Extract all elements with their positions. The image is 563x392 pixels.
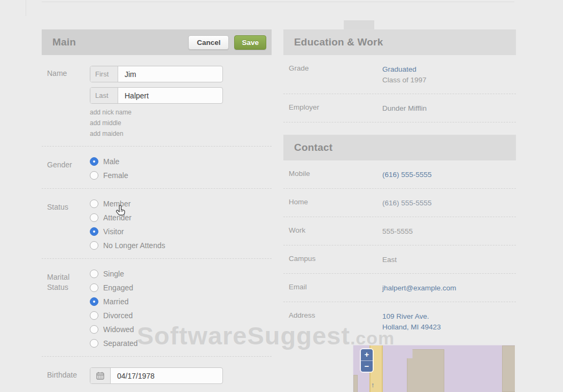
main-panel: Main Cancel Save Name First Last add nic… xyxy=(42,29,272,392)
status-label: Status xyxy=(47,199,90,250)
campus-value: East xyxy=(382,255,397,265)
education-work-title: Education & Work xyxy=(294,36,383,48)
email-value-link[interactable]: jhalpert@example.com xyxy=(382,283,456,294)
first-name-input[interactable] xyxy=(118,66,222,82)
status-block: Status Member Attender Visitor No Longer… xyxy=(42,188,272,258)
work-label: Work xyxy=(289,226,382,237)
radio-button-icon[interactable] xyxy=(90,213,98,222)
employer-row: Employer Dunder Mifflin xyxy=(283,94,516,122)
grade-class-year: Class of 1997 xyxy=(382,75,427,86)
gender-option-male[interactable]: Male xyxy=(90,157,272,166)
details-panel: Education & Work Grade Graduated Class o… xyxy=(283,29,516,392)
home-row: Home (616) 555-5555 xyxy=(283,189,516,217)
gender-label: Gender xyxy=(47,157,90,180)
marital-status-block: Marital Status Single Engaged Married Di… xyxy=(42,258,272,356)
home-value[interactable]: (616) 555-5555 xyxy=(382,198,431,209)
add-middle-link[interactable]: add middle xyxy=(90,119,272,127)
status-option-no-longer-attends[interactable]: No Longer Attends xyxy=(90,241,272,250)
contact-title: Contact xyxy=(294,142,333,153)
map-building xyxy=(407,349,444,392)
map-zoom-control: + − xyxy=(360,348,374,373)
radio-button-icon[interactable] xyxy=(90,227,98,236)
main-section-title: Main xyxy=(52,36,76,48)
employer-value: Dunder Mifflin xyxy=(382,103,427,114)
birthdate-group xyxy=(90,367,223,384)
marital-option-single[interactable]: Single xyxy=(90,270,272,278)
grade-row: Grade Graduated Class of 1997 xyxy=(283,55,516,94)
add-nick-name-link[interactable]: add nick name xyxy=(90,109,272,116)
radio-button-icon[interactable] xyxy=(90,297,98,306)
name-label: Name xyxy=(47,66,90,137)
address-map[interactable]: ↑ + − xyxy=(353,345,515,392)
employer-label: Employer xyxy=(289,103,382,114)
mobile-label: Mobile xyxy=(289,170,382,180)
main-section-header: Main Cancel Save xyxy=(42,29,272,55)
grade-value-link[interactable]: Graduated xyxy=(382,64,427,75)
map-building xyxy=(502,345,515,392)
birthdate-input[interactable] xyxy=(111,368,222,383)
address-row: Address 109 River Ave. Holland, MI 49423 xyxy=(283,302,516,341)
last-name-input[interactable] xyxy=(118,88,222,103)
grade-label: Grade xyxy=(289,64,382,86)
work-value: 555-5555 xyxy=(382,226,413,237)
map-zoom-out-button[interactable]: − xyxy=(361,360,373,372)
gender-option-female[interactable]: Female xyxy=(90,171,272,180)
home-label: Home xyxy=(289,198,382,209)
gender-block: Gender Male Female xyxy=(42,146,272,188)
campus-row: Campus East xyxy=(283,245,516,274)
marital-option-separated[interactable]: Separated xyxy=(90,339,272,348)
last-name-prefix: Last xyxy=(90,88,118,103)
marital-option-married[interactable]: Married xyxy=(90,297,272,306)
status-option-visitor[interactable]: Visitor xyxy=(90,227,272,236)
section-gap xyxy=(283,122,516,135)
mobile-row: Mobile (616) 555-5555 xyxy=(283,160,516,189)
save-button[interactable]: Save xyxy=(234,35,266,50)
address-line1-link[interactable]: 109 River Ave. xyxy=(382,311,441,322)
calendar-icon xyxy=(90,368,111,383)
name-block: Name First Last add nick name add middle… xyxy=(42,55,272,146)
add-maiden-link[interactable]: add maiden xyxy=(90,130,272,137)
cancel-button[interactable]: Cancel xyxy=(188,35,229,50)
top-vertical-divider xyxy=(26,0,26,16)
radio-button-icon[interactable] xyxy=(90,311,98,320)
education-work-header: Education & Work xyxy=(283,29,516,55)
campus-label: Campus xyxy=(289,255,382,265)
email-row: Email jhalpert@example.com xyxy=(283,274,516,302)
first-name-prefix: First xyxy=(90,66,118,82)
contact-header: Contact xyxy=(283,135,516,160)
status-option-member[interactable]: Member xyxy=(90,199,272,208)
radio-button-icon[interactable] xyxy=(90,270,98,278)
birthdate-label: Birthdate xyxy=(47,367,90,384)
mobile-value-link[interactable]: (616) 555-5555 xyxy=(382,170,431,180)
marital-option-engaged[interactable]: Engaged xyxy=(90,283,272,292)
birthdate-block: Birthdate xyxy=(42,356,272,392)
marital-option-divorced[interactable]: Divorced xyxy=(90,311,272,320)
radio-button-icon[interactable] xyxy=(90,325,98,334)
map-building xyxy=(353,375,358,392)
marital-option-widowed[interactable]: Widowed xyxy=(90,325,272,334)
radio-button-icon[interactable] xyxy=(90,199,98,208)
status-option-attender[interactable]: Attender xyxy=(90,213,272,222)
radio-button-icon[interactable] xyxy=(90,157,98,166)
email-label: Email xyxy=(289,283,382,294)
radio-button-icon[interactable] xyxy=(90,241,98,250)
work-row: Work 555-5555 xyxy=(283,217,516,245)
last-name-group: Last xyxy=(90,87,223,104)
first-name-group: First xyxy=(90,66,223,82)
radio-button-icon[interactable] xyxy=(90,283,98,292)
header-notch xyxy=(344,20,374,29)
marital-status-label: Marital Status xyxy=(47,270,90,348)
radio-button-icon[interactable] xyxy=(90,171,98,180)
address-line2-link[interactable]: Holland, MI 49423 xyxy=(382,322,441,333)
road-direction-arrow-icon: ↑ xyxy=(371,381,375,389)
radio-button-icon[interactable] xyxy=(90,339,98,348)
address-label: Address xyxy=(289,311,382,333)
top-divider xyxy=(42,2,514,2)
map-zoom-in-button[interactable]: + xyxy=(361,349,373,360)
